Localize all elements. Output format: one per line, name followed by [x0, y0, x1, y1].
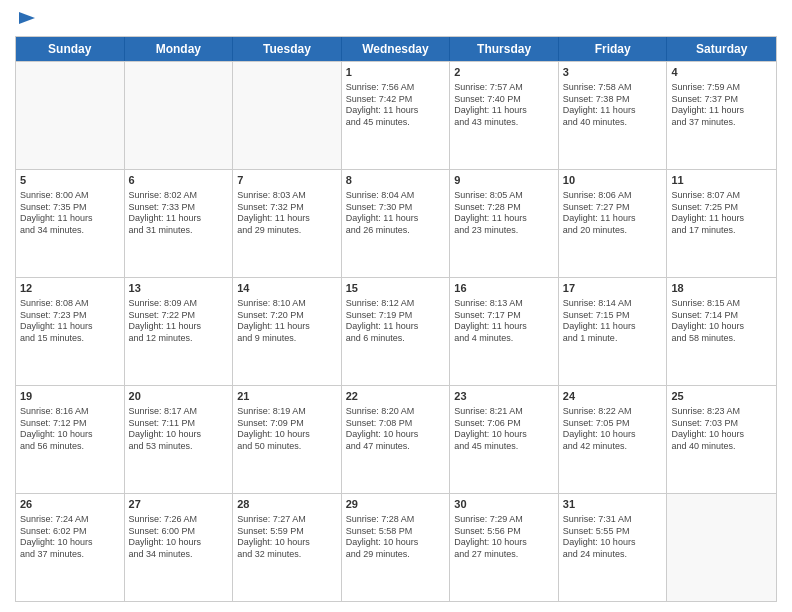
day-number: 1: [346, 65, 446, 80]
day-number: 25: [671, 389, 772, 404]
day-number: 20: [129, 389, 229, 404]
day-info: Sunrise: 8:04 AM Sunset: 7:30 PM Dayligh…: [346, 190, 446, 237]
header: [15, 10, 777, 28]
day-info: Sunrise: 8:23 AM Sunset: 7:03 PM Dayligh…: [671, 406, 772, 453]
day-info: Sunrise: 8:22 AM Sunset: 7:05 PM Dayligh…: [563, 406, 663, 453]
day-number: 29: [346, 497, 446, 512]
week-row-5: 26Sunrise: 7:24 AM Sunset: 6:02 PM Dayli…: [16, 493, 776, 601]
day-number: 10: [563, 173, 663, 188]
day-header-wednesday: Wednesday: [342, 37, 451, 61]
day-cell: 26Sunrise: 7:24 AM Sunset: 6:02 PM Dayli…: [16, 494, 125, 601]
day-cell: 6Sunrise: 8:02 AM Sunset: 7:33 PM Daylig…: [125, 170, 234, 277]
day-number: 16: [454, 281, 554, 296]
day-info: Sunrise: 8:20 AM Sunset: 7:08 PM Dayligh…: [346, 406, 446, 453]
day-number: 23: [454, 389, 554, 404]
day-cell: 3Sunrise: 7:58 AM Sunset: 7:38 PM Daylig…: [559, 62, 668, 169]
day-info: Sunrise: 8:17 AM Sunset: 7:11 PM Dayligh…: [129, 406, 229, 453]
day-number: 26: [20, 497, 120, 512]
day-number: 27: [129, 497, 229, 512]
day-info: Sunrise: 8:10 AM Sunset: 7:20 PM Dayligh…: [237, 298, 337, 345]
logo: [15, 10, 37, 28]
day-cell: 27Sunrise: 7:26 AM Sunset: 6:00 PM Dayli…: [125, 494, 234, 601]
day-number: 9: [454, 173, 554, 188]
week-row-4: 19Sunrise: 8:16 AM Sunset: 7:12 PM Dayli…: [16, 385, 776, 493]
day-cell: 22Sunrise: 8:20 AM Sunset: 7:08 PM Dayli…: [342, 386, 451, 493]
day-cell: 14Sunrise: 8:10 AM Sunset: 7:20 PM Dayli…: [233, 278, 342, 385]
day-number: 12: [20, 281, 120, 296]
day-number: 5: [20, 173, 120, 188]
svg-marker-0: [19, 12, 35, 24]
day-number: 3: [563, 65, 663, 80]
day-info: Sunrise: 7:29 AM Sunset: 5:56 PM Dayligh…: [454, 514, 554, 561]
day-cell: 25Sunrise: 8:23 AM Sunset: 7:03 PM Dayli…: [667, 386, 776, 493]
day-number: 14: [237, 281, 337, 296]
day-info: Sunrise: 8:03 AM Sunset: 7:32 PM Dayligh…: [237, 190, 337, 237]
day-header-friday: Friday: [559, 37, 668, 61]
day-number: 4: [671, 65, 772, 80]
day-number: 7: [237, 173, 337, 188]
day-cell: 4Sunrise: 7:59 AM Sunset: 7:37 PM Daylig…: [667, 62, 776, 169]
day-info: Sunrise: 8:14 AM Sunset: 7:15 PM Dayligh…: [563, 298, 663, 345]
day-number: 22: [346, 389, 446, 404]
day-header-tuesday: Tuesday: [233, 37, 342, 61]
day-cell: 20Sunrise: 8:17 AM Sunset: 7:11 PM Dayli…: [125, 386, 234, 493]
day-cell: 24Sunrise: 8:22 AM Sunset: 7:05 PM Dayli…: [559, 386, 668, 493]
day-info: Sunrise: 8:07 AM Sunset: 7:25 PM Dayligh…: [671, 190, 772, 237]
day-info: Sunrise: 8:13 AM Sunset: 7:17 PM Dayligh…: [454, 298, 554, 345]
day-info: Sunrise: 8:08 AM Sunset: 7:23 PM Dayligh…: [20, 298, 120, 345]
day-cell: 23Sunrise: 8:21 AM Sunset: 7:06 PM Dayli…: [450, 386, 559, 493]
day-number: 17: [563, 281, 663, 296]
calendar-body: 1Sunrise: 7:56 AM Sunset: 7:42 PM Daylig…: [16, 61, 776, 601]
calendar: SundayMondayTuesdayWednesdayThursdayFrid…: [15, 36, 777, 602]
day-cell: 18Sunrise: 8:15 AM Sunset: 7:14 PM Dayli…: [667, 278, 776, 385]
day-number: 31: [563, 497, 663, 512]
day-number: 6: [129, 173, 229, 188]
day-info: Sunrise: 8:00 AM Sunset: 7:35 PM Dayligh…: [20, 190, 120, 237]
day-number: 24: [563, 389, 663, 404]
day-cell: 19Sunrise: 8:16 AM Sunset: 7:12 PM Dayli…: [16, 386, 125, 493]
week-row-3: 12Sunrise: 8:08 AM Sunset: 7:23 PM Dayli…: [16, 277, 776, 385]
day-number: 19: [20, 389, 120, 404]
day-info: Sunrise: 8:15 AM Sunset: 7:14 PM Dayligh…: [671, 298, 772, 345]
day-info: Sunrise: 8:06 AM Sunset: 7:27 PM Dayligh…: [563, 190, 663, 237]
day-cell: 9Sunrise: 8:05 AM Sunset: 7:28 PM Daylig…: [450, 170, 559, 277]
day-cell: 2Sunrise: 7:57 AM Sunset: 7:40 PM Daylig…: [450, 62, 559, 169]
day-info: Sunrise: 8:05 AM Sunset: 7:28 PM Dayligh…: [454, 190, 554, 237]
day-cell: 7Sunrise: 8:03 AM Sunset: 7:32 PM Daylig…: [233, 170, 342, 277]
day-number: 21: [237, 389, 337, 404]
day-header-thursday: Thursday: [450, 37, 559, 61]
day-info: Sunrise: 7:56 AM Sunset: 7:42 PM Dayligh…: [346, 82, 446, 129]
day-info: Sunrise: 8:16 AM Sunset: 7:12 PM Dayligh…: [20, 406, 120, 453]
day-info: Sunrise: 7:24 AM Sunset: 6:02 PM Dayligh…: [20, 514, 120, 561]
week-row-1: 1Sunrise: 7:56 AM Sunset: 7:42 PM Daylig…: [16, 61, 776, 169]
day-info: Sunrise: 8:21 AM Sunset: 7:06 PM Dayligh…: [454, 406, 554, 453]
day-info: Sunrise: 7:27 AM Sunset: 5:59 PM Dayligh…: [237, 514, 337, 561]
day-cell: [125, 62, 234, 169]
day-header-monday: Monday: [125, 37, 234, 61]
day-info: Sunrise: 7:57 AM Sunset: 7:40 PM Dayligh…: [454, 82, 554, 129]
day-number: 2: [454, 65, 554, 80]
day-cell: [667, 494, 776, 601]
day-number: 18: [671, 281, 772, 296]
day-cell: [16, 62, 125, 169]
day-headers: SundayMondayTuesdayWednesdayThursdayFrid…: [16, 37, 776, 61]
day-cell: 5Sunrise: 8:00 AM Sunset: 7:35 PM Daylig…: [16, 170, 125, 277]
day-number: 28: [237, 497, 337, 512]
day-info: Sunrise: 8:12 AM Sunset: 7:19 PM Dayligh…: [346, 298, 446, 345]
week-row-2: 5Sunrise: 8:00 AM Sunset: 7:35 PM Daylig…: [16, 169, 776, 277]
logo-flag-icon: [17, 10, 37, 30]
day-cell: 17Sunrise: 8:14 AM Sunset: 7:15 PM Dayli…: [559, 278, 668, 385]
day-cell: 21Sunrise: 8:19 AM Sunset: 7:09 PM Dayli…: [233, 386, 342, 493]
day-info: Sunrise: 8:09 AM Sunset: 7:22 PM Dayligh…: [129, 298, 229, 345]
day-header-saturday: Saturday: [667, 37, 776, 61]
day-cell: 12Sunrise: 8:08 AM Sunset: 7:23 PM Dayli…: [16, 278, 125, 385]
day-cell: 16Sunrise: 8:13 AM Sunset: 7:17 PM Dayli…: [450, 278, 559, 385]
day-cell: 30Sunrise: 7:29 AM Sunset: 5:56 PM Dayli…: [450, 494, 559, 601]
page: SundayMondayTuesdayWednesdayThursdayFrid…: [0, 0, 792, 612]
day-cell: 10Sunrise: 8:06 AM Sunset: 7:27 PM Dayli…: [559, 170, 668, 277]
day-number: 8: [346, 173, 446, 188]
day-number: 15: [346, 281, 446, 296]
day-info: Sunrise: 7:59 AM Sunset: 7:37 PM Dayligh…: [671, 82, 772, 129]
day-info: Sunrise: 7:31 AM Sunset: 5:55 PM Dayligh…: [563, 514, 663, 561]
day-cell: 28Sunrise: 7:27 AM Sunset: 5:59 PM Dayli…: [233, 494, 342, 601]
